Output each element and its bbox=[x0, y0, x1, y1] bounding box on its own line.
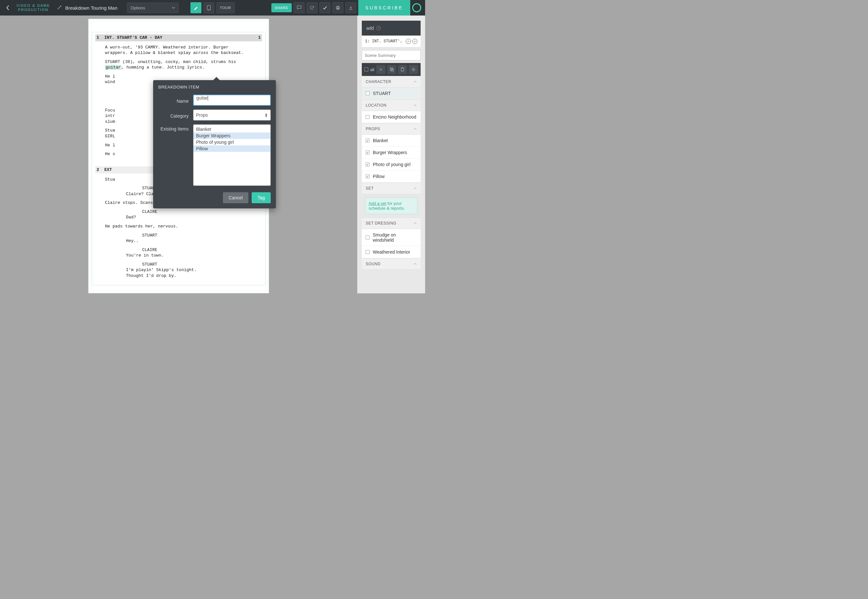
panel-toolbar: all bbox=[362, 63, 421, 76]
doc-title[interactable]: Breakdown Touring Man bbox=[65, 5, 117, 11]
chat-button[interactable] bbox=[293, 2, 305, 13]
item-checkbox[interactable] bbox=[366, 163, 370, 166]
download-button[interactable] bbox=[345, 2, 356, 13]
existing-item[interactable]: Blanket bbox=[194, 126, 270, 132]
add-set-link[interactable]: Add a set bbox=[369, 201, 387, 206]
character-cue[interactable]: CLAIRE bbox=[142, 209, 262, 215]
category-item[interactable]: Encino Neighborhood bbox=[362, 111, 421, 123]
cancel-button[interactable]: Cancel bbox=[223, 192, 249, 203]
category-item[interactable]: Pillow bbox=[362, 171, 421, 182]
category-header[interactable]: SOUND bbox=[362, 258, 421, 270]
scene-num-left: 2 bbox=[96, 167, 104, 173]
scene-heading-1[interactable]: 1 INT. STUART'S CAR - DAY 1 bbox=[95, 34, 262, 41]
scene-slug: INT. STUART'S CAR - DAY bbox=[104, 35, 253, 41]
brand-line2: PRODUCTION bbox=[15, 8, 51, 12]
character-cue[interactable]: CLAIRE bbox=[142, 247, 262, 253]
back-button[interactable] bbox=[0, 0, 15, 15]
existing-item[interactable]: Photo of young girl bbox=[194, 139, 270, 145]
name-input[interactable]: guitar bbox=[193, 95, 271, 105]
category-item[interactable]: Burger Wrappers bbox=[362, 147, 421, 159]
options-dropdown[interactable]: Options bbox=[127, 3, 179, 13]
category-header[interactable]: SET bbox=[362, 182, 421, 194]
item-label: Photo of young girl bbox=[373, 162, 411, 167]
device-preview-button[interactable] bbox=[203, 2, 215, 13]
item-checkbox[interactable] bbox=[366, 138, 370, 143]
modal-title: BREAKDOWN ITEM bbox=[153, 80, 276, 93]
item-label: Smudge on windshield bbox=[373, 232, 417, 242]
tag-button[interactable]: Tag bbox=[252, 192, 271, 203]
category-title: PROPS bbox=[366, 126, 380, 131]
item-label: Weathered Interior bbox=[373, 250, 410, 254]
item-checkbox[interactable] bbox=[366, 250, 370, 254]
category-header[interactable]: LOCATION bbox=[362, 99, 421, 111]
chevron-up-icon bbox=[414, 222, 417, 225]
category-item[interactable]: STUART bbox=[362, 87, 421, 99]
category-header[interactable]: PROPS bbox=[362, 123, 421, 135]
item-checkbox[interactable] bbox=[366, 175, 370, 178]
category-select[interactable]: Props ▲▼ bbox=[193, 110, 271, 120]
topbar-center: TOUR bbox=[191, 2, 235, 13]
topbar-right: SHARE SUBSCRIBE bbox=[271, 0, 425, 15]
breakdown-panel: add + 1: INT. STUART'S… all CHARACTERSTU… bbox=[357, 15, 425, 293]
item-checkbox[interactable] bbox=[366, 236, 370, 239]
chevron-up-icon bbox=[414, 262, 417, 266]
existing-label: Existing Items bbox=[158, 124, 193, 131]
dialogue[interactable]: Dad? bbox=[126, 215, 262, 220]
scene-prev-button[interactable] bbox=[406, 39, 411, 44]
modal-arrow bbox=[213, 77, 220, 80]
plus-icon: + bbox=[376, 26, 381, 30]
item-checkbox[interactable] bbox=[366, 92, 370, 95]
category-item[interactable]: Weathered Interior bbox=[362, 246, 421, 258]
gear-icon[interactable] bbox=[409, 65, 418, 74]
top-bar: VIDEO & GAME PRODUCTION Breakdown Tourin… bbox=[0, 0, 425, 15]
category-item[interactable]: Photo of young girl bbox=[362, 159, 421, 171]
brand-label: VIDEO & GAME PRODUCTION bbox=[15, 3, 51, 12]
chevron-up-icon bbox=[414, 127, 417, 131]
scene-num-left: 1 bbox=[96, 35, 104, 41]
scene-summary-input[interactable] bbox=[362, 50, 421, 60]
paste-icon[interactable] bbox=[398, 65, 407, 74]
wand-icon bbox=[57, 5, 63, 11]
category-item[interactable]: Smudge on windshield bbox=[362, 229, 421, 246]
close-icon[interactable] bbox=[376, 65, 385, 74]
existing-item[interactable]: Pillow bbox=[194, 145, 270, 152]
subscribe-button[interactable]: SUBSCRIBE bbox=[358, 0, 410, 15]
svg-rect-3 bbox=[337, 6, 339, 7]
text: STUART (36), unwitting, cocky, man child… bbox=[105, 59, 236, 64]
approve-button[interactable] bbox=[319, 2, 331, 13]
svg-rect-7 bbox=[401, 68, 404, 71]
chevron-down-icon bbox=[172, 6, 175, 9]
existing-item[interactable]: Burger Wrappers bbox=[194, 132, 270, 139]
character-cue[interactable]: STUART bbox=[142, 233, 262, 238]
set-callout[interactable]: Add a set for your schedule & reports. bbox=[365, 197, 417, 214]
existing-items-list[interactable]: BlanketBurger WrappersPhoto of young gir… bbox=[193, 124, 271, 186]
action-para[interactable]: STUART (36), unwitting, cocky, man child… bbox=[105, 59, 252, 71]
sync-button[interactable] bbox=[307, 2, 317, 13]
tour-button[interactable]: TOUR bbox=[217, 2, 235, 13]
chevron-up-icon bbox=[414, 187, 417, 190]
dialogue[interactable]: You're in town. bbox=[126, 253, 262, 259]
character-cue[interactable]: STUART bbox=[142, 262, 262, 268]
highlighter-button[interactable] bbox=[191, 2, 202, 13]
copy-icon[interactable] bbox=[387, 65, 396, 74]
category-header[interactable]: CHARACTER bbox=[362, 76, 421, 87]
avatar[interactable] bbox=[412, 3, 421, 12]
svg-point-9 bbox=[413, 69, 414, 70]
category-title: SET DRESSING bbox=[366, 221, 396, 226]
item-checkbox[interactable] bbox=[366, 151, 370, 154]
dialogue[interactable]: Hey.. bbox=[126, 238, 262, 244]
item-checkbox[interactable] bbox=[366, 115, 370, 119]
share-button[interactable]: SHARE bbox=[271, 3, 292, 12]
print-button[interactable] bbox=[332, 2, 343, 13]
action-para[interactable]: He pads towards her, nervous. bbox=[105, 224, 252, 229]
category-title: SOUND bbox=[366, 262, 381, 266]
select-all-checkbox[interactable] bbox=[364, 68, 368, 71]
add-button[interactable]: add + bbox=[362, 21, 421, 36]
category-header[interactable]: SET DRESSING bbox=[362, 217, 421, 229]
tagged-word[interactable]: guitar bbox=[105, 65, 122, 70]
scene-next-button[interactable] bbox=[412, 39, 417, 44]
dialogue[interactable]: I'm playin' Skipp's tonight. Thought I'd… bbox=[126, 267, 262, 278]
action-para[interactable]: A worn-out, '93 CAMRY. Weathered interio… bbox=[105, 45, 252, 56]
category-item[interactable]: Blanket bbox=[362, 135, 421, 147]
brand-line1: VIDEO & GAME bbox=[15, 3, 51, 8]
